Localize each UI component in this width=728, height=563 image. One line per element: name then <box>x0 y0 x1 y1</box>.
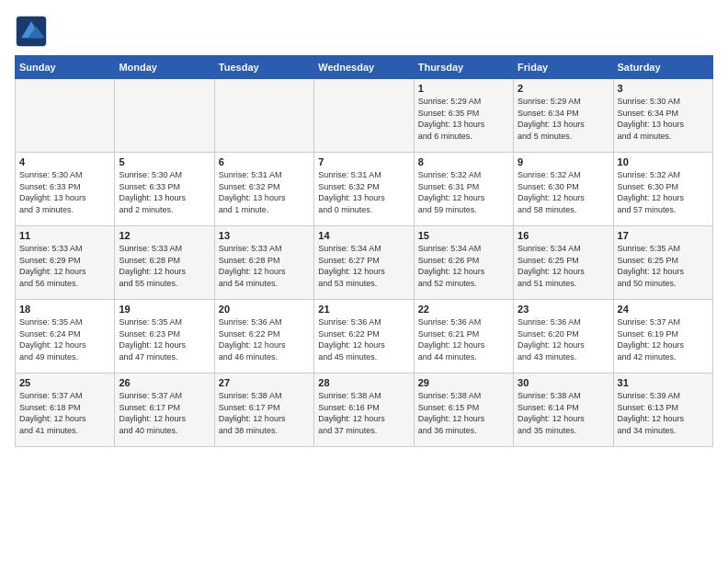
calendar-cell: 31Sunrise: 5:39 AM Sunset: 6:13 PM Dayli… <box>613 373 712 447</box>
day-info: Sunrise: 5:38 AM Sunset: 6:15 PM Dayligh… <box>418 390 509 436</box>
day-info: Sunrise: 5:33 AM Sunset: 6:28 PM Dayligh… <box>219 243 310 289</box>
day-info: Sunrise: 5:36 AM Sunset: 6:22 PM Dayligh… <box>219 316 310 362</box>
calendar-cell: 8Sunrise: 5:32 AM Sunset: 6:31 PM Daylig… <box>414 153 513 226</box>
day-number: 2 <box>518 83 609 94</box>
day-number: 12 <box>119 230 210 241</box>
day-info: Sunrise: 5:31 AM Sunset: 6:32 PM Dayligh… <box>219 169 310 215</box>
calendar-cell <box>115 79 214 153</box>
day-number: 23 <box>518 304 609 315</box>
day-info: Sunrise: 5:38 AM Sunset: 6:17 PM Dayligh… <box>219 390 310 436</box>
calendar-cell: 29Sunrise: 5:38 AM Sunset: 6:15 PM Dayli… <box>414 373 513 447</box>
calendar-cell: 20Sunrise: 5:36 AM Sunset: 6:22 PM Dayli… <box>214 300 313 373</box>
day-info: Sunrise: 5:34 AM Sunset: 6:26 PM Dayligh… <box>418 243 509 289</box>
day-number: 7 <box>318 156 409 167</box>
calendar: SundayMondayTuesdayWednesdayThursdayFrid… <box>15 55 713 447</box>
calendar-cell: 23Sunrise: 5:36 AM Sunset: 6:20 PM Dayli… <box>514 300 613 373</box>
calendar-cell: 13Sunrise: 5:33 AM Sunset: 6:28 PM Dayli… <box>214 226 313 300</box>
calendar-cell: 9Sunrise: 5:32 AM Sunset: 6:30 PM Daylig… <box>514 153 613 226</box>
calendar-cell: 12Sunrise: 5:33 AM Sunset: 6:28 PM Dayli… <box>115 226 214 300</box>
calendar-cell: 11Sunrise: 5:33 AM Sunset: 6:29 PM Dayli… <box>16 226 115 300</box>
logo <box>15 15 51 48</box>
calendar-cell: 18Sunrise: 5:35 AM Sunset: 6:24 PM Dayli… <box>16 300 115 373</box>
calendar-cell: 28Sunrise: 5:38 AM Sunset: 6:16 PM Dayli… <box>314 373 414 447</box>
day-info: Sunrise: 5:35 AM Sunset: 6:25 PM Dayligh… <box>618 243 709 289</box>
calendar-cell: 7Sunrise: 5:31 AM Sunset: 6:32 PM Daylig… <box>314 153 414 226</box>
calendar-cell: 10Sunrise: 5:32 AM Sunset: 6:30 PM Dayli… <box>613 153 712 226</box>
calendar-cell: 25Sunrise: 5:37 AM Sunset: 6:18 PM Dayli… <box>16 373 115 447</box>
day-number: 8 <box>418 156 509 167</box>
header-day-tuesday: Tuesday <box>214 56 313 79</box>
day-number: 26 <box>119 377 210 388</box>
day-info: Sunrise: 5:33 AM Sunset: 6:29 PM Dayligh… <box>19 243 110 289</box>
day-info: Sunrise: 5:32 AM Sunset: 6:31 PM Dayligh… <box>418 169 509 215</box>
day-info: Sunrise: 5:36 AM Sunset: 6:21 PM Dayligh… <box>418 316 509 362</box>
day-number: 24 <box>618 304 709 315</box>
day-info: Sunrise: 5:37 AM Sunset: 6:19 PM Dayligh… <box>618 316 709 362</box>
calendar-cell: 26Sunrise: 5:37 AM Sunset: 6:17 PM Dayli… <box>115 373 214 447</box>
day-info: Sunrise: 5:30 AM Sunset: 6:33 PM Dayligh… <box>119 169 210 215</box>
day-number: 21 <box>318 304 409 315</box>
calendar-cell: 21Sunrise: 5:36 AM Sunset: 6:22 PM Dayli… <box>314 300 414 373</box>
header-day-wednesday: Wednesday <box>314 56 414 79</box>
calendar-header-row: SundayMondayTuesdayWednesdayThursdayFrid… <box>16 56 713 79</box>
calendar-week-3: 11Sunrise: 5:33 AM Sunset: 6:29 PM Dayli… <box>16 226 713 300</box>
day-info: Sunrise: 5:30 AM Sunset: 6:34 PM Dayligh… <box>618 96 709 142</box>
day-number: 31 <box>618 377 709 388</box>
day-number: 3 <box>618 83 709 94</box>
calendar-cell: 4Sunrise: 5:30 AM Sunset: 6:33 PM Daylig… <box>16 153 115 226</box>
calendar-cell <box>314 79 414 153</box>
day-number: 5 <box>119 156 210 167</box>
calendar-cell: 22Sunrise: 5:36 AM Sunset: 6:21 PM Dayli… <box>414 300 513 373</box>
calendar-week-1: 1Sunrise: 5:29 AM Sunset: 6:35 PM Daylig… <box>16 79 713 153</box>
day-number: 19 <box>119 304 210 315</box>
day-number: 9 <box>518 156 609 167</box>
calendar-week-5: 25Sunrise: 5:37 AM Sunset: 6:18 PM Dayli… <box>16 373 713 447</box>
day-info: Sunrise: 5:33 AM Sunset: 6:28 PM Dayligh… <box>119 243 210 289</box>
day-info: Sunrise: 5:37 AM Sunset: 6:17 PM Dayligh… <box>119 390 210 436</box>
calendar-cell: 19Sunrise: 5:35 AM Sunset: 6:23 PM Dayli… <box>115 300 214 373</box>
day-number: 25 <box>19 377 110 388</box>
calendar-cell: 3Sunrise: 5:30 AM Sunset: 6:34 PM Daylig… <box>613 79 712 153</box>
calendar-cell: 6Sunrise: 5:31 AM Sunset: 6:32 PM Daylig… <box>214 153 313 226</box>
day-info: Sunrise: 5:31 AM Sunset: 6:32 PM Dayligh… <box>318 169 409 215</box>
calendar-cell: 17Sunrise: 5:35 AM Sunset: 6:25 PM Dayli… <box>613 226 712 300</box>
day-number: 10 <box>618 156 709 167</box>
day-info: Sunrise: 5:32 AM Sunset: 6:30 PM Dayligh… <box>518 169 609 215</box>
day-info: Sunrise: 5:34 AM Sunset: 6:25 PM Dayligh… <box>518 243 609 289</box>
calendar-cell: 24Sunrise: 5:37 AM Sunset: 6:19 PM Dayli… <box>613 300 712 373</box>
day-number: 13 <box>219 230 310 241</box>
day-info: Sunrise: 5:34 AM Sunset: 6:27 PM Dayligh… <box>318 243 409 289</box>
calendar-cell: 2Sunrise: 5:29 AM Sunset: 6:34 PM Daylig… <box>514 79 613 153</box>
day-info: Sunrise: 5:30 AM Sunset: 6:33 PM Dayligh… <box>19 169 110 215</box>
header-day-monday: Monday <box>115 56 214 79</box>
header-day-sunday: Sunday <box>16 56 115 79</box>
day-number: 1 <box>418 83 509 94</box>
calendar-cell: 16Sunrise: 5:34 AM Sunset: 6:25 PM Dayli… <box>514 226 613 300</box>
day-info: Sunrise: 5:38 AM Sunset: 6:16 PM Dayligh… <box>318 390 409 436</box>
day-info: Sunrise: 5:29 AM Sunset: 6:34 PM Dayligh… <box>518 96 609 142</box>
calendar-cell: 14Sunrise: 5:34 AM Sunset: 6:27 PM Dayli… <box>314 226 414 300</box>
header-day-saturday: Saturday <box>613 56 712 79</box>
calendar-week-4: 18Sunrise: 5:35 AM Sunset: 6:24 PM Dayli… <box>16 300 713 373</box>
day-info: Sunrise: 5:39 AM Sunset: 6:13 PM Dayligh… <box>618 390 709 436</box>
day-number: 4 <box>19 156 110 167</box>
calendar-cell: 27Sunrise: 5:38 AM Sunset: 6:17 PM Dayli… <box>214 373 313 447</box>
day-number: 20 <box>219 304 310 315</box>
calendar-cell: 15Sunrise: 5:34 AM Sunset: 6:26 PM Dayli… <box>414 226 513 300</box>
calendar-cell: 30Sunrise: 5:38 AM Sunset: 6:14 PM Dayli… <box>514 373 613 447</box>
calendar-cell: 1Sunrise: 5:29 AM Sunset: 6:35 PM Daylig… <box>414 79 513 153</box>
day-info: Sunrise: 5:29 AM Sunset: 6:35 PM Dayligh… <box>418 96 509 142</box>
calendar-cell <box>16 79 115 153</box>
logo-icon <box>15 15 48 48</box>
day-number: 18 <box>19 304 110 315</box>
day-number: 30 <box>518 377 609 388</box>
day-info: Sunrise: 5:32 AM Sunset: 6:30 PM Dayligh… <box>618 169 709 215</box>
calendar-cell: 5Sunrise: 5:30 AM Sunset: 6:33 PM Daylig… <box>115 153 214 226</box>
day-info: Sunrise: 5:36 AM Sunset: 6:20 PM Dayligh… <box>518 316 609 362</box>
header-day-thursday: Thursday <box>414 56 513 79</box>
day-info: Sunrise: 5:35 AM Sunset: 6:24 PM Dayligh… <box>19 316 110 362</box>
day-number: 6 <box>219 156 310 167</box>
calendar-cell <box>214 79 313 153</box>
day-number: 17 <box>618 230 709 241</box>
day-number: 28 <box>318 377 409 388</box>
